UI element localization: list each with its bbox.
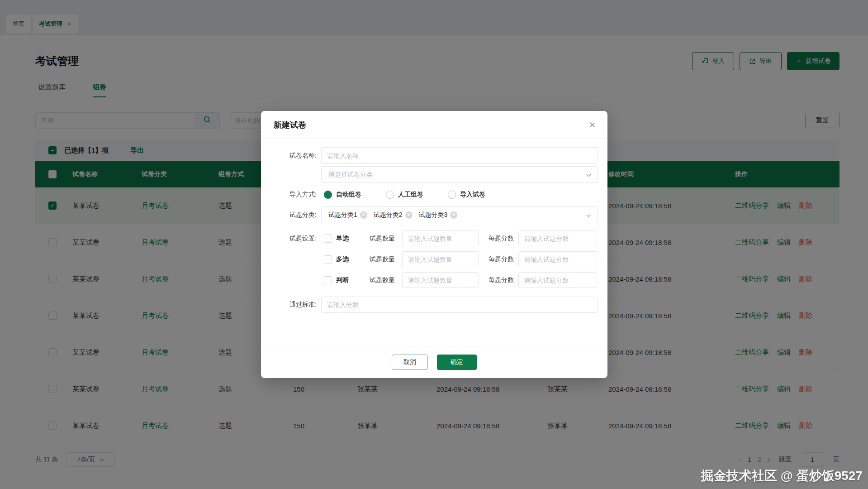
category-tag-label: 试题分类1 — [328, 211, 357, 219]
exam-name-input[interactable] — [321, 147, 598, 164]
radio-icon[interactable] — [448, 191, 456, 199]
quantity-label: 试题数量 — [370, 276, 395, 284]
category-tag-label: 试题分类3 — [419, 211, 448, 219]
score-label: 每题分数 — [489, 255, 514, 264]
score-input[interactable] — [518, 230, 597, 246]
question-type-label: 多选 — [336, 255, 351, 264]
question-type-label: 判断 — [336, 276, 351, 284]
exam-category-placeholder: 请选择试卷分类 — [328, 171, 373, 179]
radio-option[interactable]: 人工组卷 — [386, 191, 423, 199]
import-mode-label: 导入方式: — [261, 191, 317, 199]
form-row-name: 试卷名称: — [261, 147, 607, 164]
tag-close-icon[interactable]: ✕ — [450, 211, 457, 219]
question-setting-row: 多选试题数量每题分数 — [261, 251, 607, 267]
question-category-tags: 试题分类1✕试题分类2✕试题分类3✕ — [328, 211, 464, 219]
modal-header: 新建试卷 ✕ — [261, 111, 607, 139]
category-tag: 试题分类2✕ — [374, 211, 413, 219]
cancel-button[interactable]: 取消 — [392, 355, 428, 370]
radio-option-label: 导入试卷 — [460, 191, 485, 199]
category-tag: 试题分类1✕ — [328, 211, 367, 219]
category-tag-label: 试题分类2 — [374, 211, 403, 219]
quantity-input[interactable] — [402, 230, 479, 246]
form-row-import-mode: 导入方式: 自动组卷人工组卷导入试卷 — [261, 191, 607, 199]
radio-option-label: 自动组卷 — [336, 191, 361, 199]
quantity-input[interactable] — [402, 251, 479, 267]
question-category-label: 试题分类: — [261, 211, 317, 219]
watermark-text: 掘金技术社区 @ 蛋炒饭9527 — [701, 467, 863, 484]
import-mode-options: 自动组卷人工组卷导入试卷 — [321, 191, 598, 199]
question-type-checkbox[interactable] — [324, 255, 332, 264]
chevron-down-icon — [586, 171, 591, 179]
pass-score-label: 通过标准: — [261, 301, 317, 309]
quantity-input[interactable] — [402, 272, 479, 288]
question-type-label: 单选 — [336, 235, 351, 243]
tag-close-icon[interactable]: ✕ — [360, 211, 367, 219]
modal-close-icon[interactable]: ✕ — [589, 121, 596, 129]
question-setting-row: 判断试题数量每题分数 — [261, 272, 607, 288]
tag-close-icon[interactable]: ✕ — [405, 211, 413, 219]
name-field-label: 试卷名称: — [261, 152, 317, 160]
question-settings-rows: 试题设置:单选试题数量每题分数多选试题数量每题分数判断试题数量每题分数 — [261, 230, 607, 288]
radio-option[interactable]: 自动组卷 — [324, 191, 361, 199]
quantity-label: 试题数量 — [370, 235, 395, 243]
radio-option-label: 人工组卷 — [398, 191, 423, 199]
score-input[interactable] — [518, 272, 597, 288]
question-settings-label: 试题设置: — [261, 235, 317, 243]
score-label: 每题分数 — [489, 235, 514, 243]
form-row-pass-score: 通过标准: — [261, 297, 607, 313]
radio-icon[interactable] — [386, 191, 394, 199]
question-setting-fields: 判断试题数量每题分数 — [321, 272, 598, 288]
question-setting-fields: 单选试题数量每题分数 — [321, 230, 598, 246]
form-row-category: 请选择试卷分类 — [261, 166, 607, 183]
question-setting-fields: 多选试题数量每题分数 — [321, 251, 598, 267]
category-tag: 试题分类3✕ — [419, 211, 458, 219]
confirm-button[interactable]: 确定 — [437, 355, 477, 370]
score-label: 每题分数 — [489, 276, 514, 284]
question-category-multiselect[interactable]: 试题分类1✕试题分类2✕试题分类3✕ — [321, 206, 598, 223]
modal-body: 试卷名称: 请选择试卷分类 导入方式: 自动组卷人工组卷导入试卷 试题分类: — [261, 139, 607, 346]
modal-title: 新建试卷 — [274, 120, 306, 130]
modal-footer: 取消 确定 — [261, 346, 607, 378]
radio-option[interactable]: 导入试卷 — [448, 191, 485, 199]
new-exam-modal: 新建试卷 ✕ 试卷名称: 请选择试卷分类 导入方式: 自动组卷人工组卷导入 — [261, 111, 607, 378]
exam-category-select[interactable]: 请选择试卷分类 — [321, 166, 598, 183]
question-type-checkbox[interactable] — [324, 235, 332, 243]
radio-icon[interactable] — [324, 191, 332, 199]
quantity-label: 试题数量 — [370, 255, 395, 264]
question-type-checkbox[interactable] — [324, 276, 332, 284]
question-setting-row: 试题设置:单选试题数量每题分数 — [261, 230, 607, 246]
score-input[interactable] — [518, 251, 597, 267]
pass-score-input[interactable] — [321, 297, 598, 313]
form-row-question-category: 试题分类: 试题分类1✕试题分类2✕试题分类3✕ — [261, 206, 607, 223]
chevron-down-icon — [586, 211, 591, 219]
